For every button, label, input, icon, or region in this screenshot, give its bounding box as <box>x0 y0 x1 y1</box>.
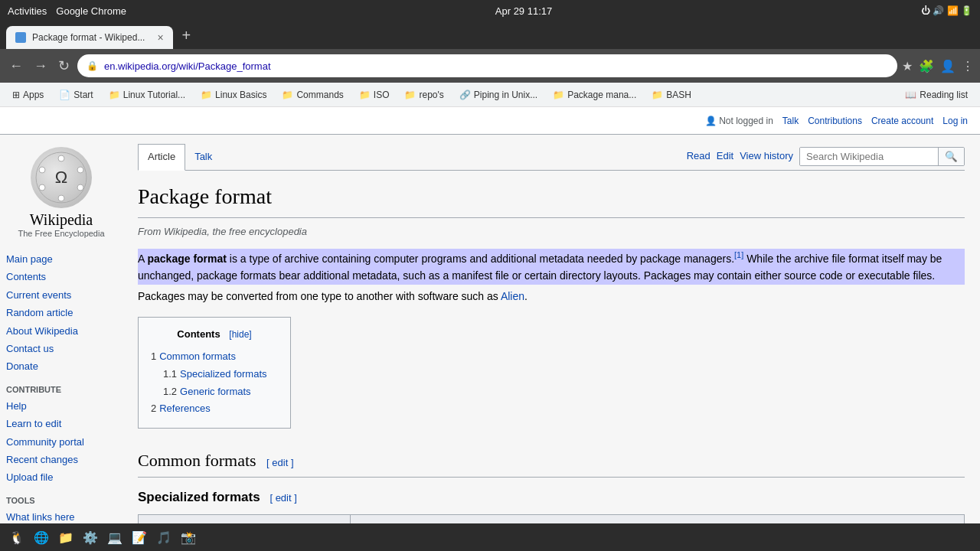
taskbar-icon-text[interactable]: 📝 <box>129 527 150 548</box>
nav-contents[interactable]: Contents <box>6 268 116 285</box>
specialized-formats-heading: Specialized formats [ edit ] <box>138 487 965 507</box>
reading-list-button[interactable]: 📖 Reading list <box>899 87 974 103</box>
browser-tab-active[interactable]: Package format - Wikiped... × <box>6 26 173 49</box>
address-bar-icons: ★ 🧩 👤 ⋮ <box>902 59 974 73</box>
bookmark-linux-tutorial-label: Linux Tutorial... <box>123 90 185 100</box>
reload-button[interactable]: ↻ <box>55 56 73 76</box>
taskbar-icon-browser[interactable]: 🌐 <box>31 527 52 548</box>
bookmark-linux-tutorial[interactable]: 📁 Linux Tutorial... <box>103 87 191 103</box>
toc-link-1-1[interactable]: 1.1Specialized formats <box>163 368 267 380</box>
nav-about-wikipedia[interactable]: About Wikipedia <box>6 322 116 340</box>
alien-link[interactable]: Alien <box>501 290 524 302</box>
nav-recent-changes[interactable]: Recent changes <box>6 451 116 468</box>
nav-contact-us[interactable]: Contact us <box>6 340 116 357</box>
wiki-title: Wikipedia <box>6 211 116 229</box>
tab-article[interactable]: Article <box>138 144 185 171</box>
new-tab-button[interactable]: + <box>176 27 198 44</box>
bookmark-piping[interactable]: 🔗 Piping in Unix... <box>453 87 544 103</box>
tab-talk[interactable]: Talk <box>185 145 221 170</box>
os-topbar: Activities Google Chrome Apr 29 11:17 ⏻ … <box>0 0 980 21</box>
bold-term: package format <box>147 253 226 265</box>
nav-help[interactable]: Help <box>6 397 116 415</box>
contribute-title: Contribute <box>6 385 116 394</box>
os-topbar-right: ⏻ 🔊 📶 🔋 <box>921 5 972 16</box>
bookmark-iso[interactable]: 📁 ISO <box>353 87 396 103</box>
reading-list-label: Reading list <box>920 90 968 100</box>
svg-text:Ω: Ω <box>55 168 67 187</box>
os-topbar-center: Apr 29 11:17 <box>495 5 552 17</box>
forward-button[interactable]: → <box>31 56 51 76</box>
toc-hide-button[interactable]: [hide] <box>229 329 251 340</box>
address-bar: ← → ↻ 🔒 en.wikipedia.org/wiki/Package_fo… <box>0 49 980 83</box>
bookmark-repos[interactable]: 📁 repo's <box>398 87 449 103</box>
citation-1: [1] <box>734 250 743 259</box>
taskbar-icon-settings[interactable]: ⚙️ <box>80 527 101 548</box>
taskbar-icon-music[interactable]: 🎵 <box>153 527 175 548</box>
talk-link[interactable]: Talk <box>782 116 799 126</box>
wiki-article: Article Talk Read Edit View history 🔍 Pa… <box>122 135 980 551</box>
taskbar-icon-photos[interactable]: 📸 <box>178 527 199 548</box>
tab-view-history[interactable]: View history <box>740 148 793 165</box>
tab-edit[interactable]: Edit <box>717 148 733 165</box>
taskbar-icon-files[interactable]: 📁 <box>55 527 77 548</box>
article-from: From Wikipedia, the free encyclopedia <box>138 224 965 240</box>
wiki-search-input[interactable] <box>800 148 938 165</box>
bookmark-linux-basics[interactable]: 📁 Linux Basics <box>194 87 273 103</box>
wiki-search-button[interactable]: 🔍 <box>938 148 964 165</box>
nav-current-events[interactable]: Current events <box>6 286 116 304</box>
wiki-search-box[interactable]: 🔍 <box>799 147 965 166</box>
nav-donate[interactable]: Donate <box>6 357 116 375</box>
back-button[interactable]: ← <box>6 56 26 76</box>
nav-random-article[interactable]: Random article <box>6 304 116 321</box>
wiki-topbar: 👤 Not logged in Talk Contributions Creat… <box>0 107 980 135</box>
activities-button[interactable]: Activities <box>8 5 47 17</box>
bookmark-bash[interactable]: 📁 BASH <box>645 87 697 103</box>
os-topbar-left: Activities Google Chrome <box>8 5 126 17</box>
bookmark-start[interactable]: 📄 Start <box>53 87 99 103</box>
taskbar-icon-linux[interactable]: 🐧 <box>6 527 28 548</box>
bookmark-package-mana[interactable]: 📁 Package mana... <box>547 87 642 103</box>
tab-favicon <box>15 32 26 43</box>
url-box[interactable]: 🔒 en.wikipedia.org/wiki/Package_format <box>77 54 897 77</box>
security-icon: 🔒 <box>87 60 98 71</box>
toc-link-1[interactable]: 1Common formats <box>151 350 236 362</box>
linux-basics-icon: 📁 <box>201 90 212 100</box>
nav-contribute: Contribute Help Learn to edit Community … <box>6 385 116 487</box>
toc-container: Contents [hide] 1Common formats 1.1Speci… <box>138 311 965 435</box>
toc-link-1-2[interactable]: 1.2Generic formats <box>163 386 251 397</box>
bookmark-apps[interactable]: ⊞ Apps <box>6 87 50 103</box>
commands-icon: 📁 <box>282 90 293 100</box>
tab-close-button[interactable]: × <box>157 31 163 44</box>
toc-title-text: Contents <box>177 328 220 340</box>
nav-learn-to-edit[interactable]: Learn to edit <box>6 415 116 432</box>
bookmark-star-icon[interactable]: ★ <box>902 59 913 73</box>
bookmarks-bar: ⊞ Apps 📄 Start 📁 Linux Tutorial... 📁 Lin… <box>0 83 980 107</box>
menu-icon[interactable]: ⋮ <box>962 59 974 73</box>
reading-list-icon: 📖 <box>905 90 916 100</box>
not-logged-in: 👤 Not logged in <box>705 116 773 126</box>
nav-upload-file[interactable]: Upload file <box>6 468 116 486</box>
taskbar-icon-terminal[interactable]: 💻 <box>104 527 126 548</box>
toc-item-1-2: 1.2Generic formats <box>163 384 278 400</box>
create-account-link[interactable]: Create account <box>871 116 933 126</box>
package-mana-icon: 📁 <box>553 90 564 100</box>
tab-read[interactable]: Read <box>687 148 710 165</box>
taskbar: 🐧 🌐 📁 ⚙️ 💻 📝 🎵 📸 <box>0 523 980 551</box>
profile-icon[interactable]: 👤 <box>940 59 956 73</box>
specialized-formats-edit[interactable]: [ edit ] <box>270 492 296 504</box>
wiki-sidebar: Ω Wikipedia The Free Encyclopedia Main p… <box>0 135 122 551</box>
bookmark-commands[interactable]: 📁 Commands <box>276 87 349 103</box>
wiki-subtitle: The Free Encyclopedia <box>6 229 116 238</box>
toc-link-2[interactable]: 2References <box>151 403 211 414</box>
system-tray-icons: ⏻ 🔊 📶 🔋 <box>921 5 972 16</box>
nav-community-portal[interactable]: Community portal <box>6 433 116 451</box>
nav-navigation: Main page Contents Current events Random… <box>6 250 116 376</box>
wiki-logo-circle: Ω <box>31 147 92 208</box>
contributions-link[interactable]: Contributions <box>808 116 862 126</box>
intro-paragraph-1: A package format is a type of archive co… <box>138 249 965 284</box>
log-in-link[interactable]: Log in <box>942 116 968 126</box>
common-formats-edit[interactable]: [ edit ] <box>266 457 293 468</box>
tools-title: Tools <box>6 496 116 505</box>
nav-main-page[interactable]: Main page <box>6 250 116 268</box>
extensions-icon[interactable]: 🧩 <box>919 59 934 73</box>
